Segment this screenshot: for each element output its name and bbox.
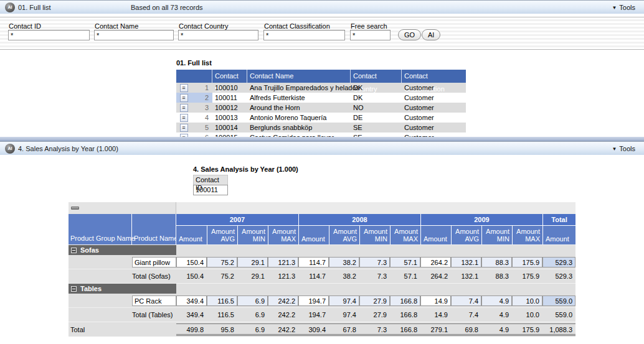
- collapse-group-icon[interactable]: [71, 248, 77, 253]
- row-details-icon[interactable]: ≡: [180, 84, 188, 92]
- grand-total-value: 69.8: [451, 323, 481, 336]
- cell-contact-name: Around the Horn: [247, 103, 351, 113]
- value-cell[interactable]: 97.4: [329, 295, 359, 306]
- value-cell[interactable]: 114.7: [298, 257, 329, 267]
- value-cell[interactable]: 57.1: [390, 257, 420, 267]
- contact-classification-label: Contact Classification: [264, 22, 330, 30]
- ai-button[interactable]: AI: [422, 29, 440, 40]
- measure-header[interactable]: Amount MAX: [268, 225, 298, 244]
- row-details-icon[interactable]: ≡: [180, 104, 188, 112]
- value-cell[interactable]: 121.3: [268, 257, 298, 267]
- year-header[interactable]: 2008: [298, 214, 420, 225]
- value-cell[interactable]: 175.9: [512, 257, 542, 267]
- grand-total-value: 166.8: [390, 323, 420, 336]
- row-icon-cell: ≡: [176, 113, 191, 123]
- pivot-strip-filler: [176, 202, 575, 214]
- value-cell[interactable]: 27.9: [359, 295, 390, 306]
- panel2-tools-menu[interactable]: ▼Tools: [612, 142, 635, 156]
- row-total-cell[interactable]: 559.0: [542, 295, 575, 306]
- measure-header[interactable]: Amount MIN: [481, 225, 512, 244]
- row-details-icon[interactable]: ≡: [180, 94, 188, 102]
- cell-contact-classification: Customer: [402, 103, 466, 113]
- go-button[interactable]: GO: [398, 29, 421, 40]
- value-cell[interactable]: 10.0: [512, 295, 542, 306]
- measure-header[interactable]: Amount MAX: [512, 225, 542, 244]
- measure-header[interactable]: Amount MIN: [237, 225, 268, 244]
- contact-id-input[interactable]: [8, 30, 90, 40]
- free-search-input[interactable]: [350, 30, 391, 40]
- year-header[interactable]: 2009: [420, 214, 542, 225]
- pivot-year-header-row: 200720082009Total: [176, 214, 575, 225]
- column-header-contact-country[interactable]: Contact Country: [351, 70, 402, 83]
- group-total-value: 4.9: [481, 311, 512, 318]
- measure-header[interactable]: Amount AVG: [207, 225, 237, 244]
- contact-country-input[interactable]: [178, 30, 258, 40]
- product-name-cell[interactable]: Giant pillow: [132, 257, 176, 267]
- column-header-contact-name[interactable]: Contact Name: [247, 70, 351, 83]
- group-bar[interactable]: Tables: [69, 284, 176, 294]
- header-product-group-name[interactable]: Product Group Name: [69, 214, 132, 244]
- pivot-collapse-cell[interactable]: [69, 202, 176, 214]
- value-cell[interactable]: 242.2: [268, 295, 298, 306]
- product-name-cell[interactable]: PC Rack: [132, 295, 176, 306]
- group-total-label: Total (Sofas): [132, 272, 176, 280]
- value-cell[interactable]: 88.3: [481, 257, 512, 267]
- grand-total-value: 242.2: [268, 323, 298, 336]
- value-cell[interactable]: 38.2: [329, 257, 359, 267]
- value-cell[interactable]: 150.4: [176, 257, 207, 267]
- measure-header[interactable]: Amount: [298, 225, 329, 244]
- group-total-value: 7.4: [451, 311, 481, 318]
- contact-classification-input[interactable]: [263, 30, 345, 40]
- group-total-value: 132.1: [451, 272, 481, 280]
- group-total-value: 116.5: [207, 311, 237, 318]
- value-cell[interactable]: 6.9: [237, 295, 268, 306]
- table-row[interactable]: ≡2100011Alfreds FutterkisteDKCustomer: [176, 93, 466, 103]
- group-row: Sofas: [69, 244, 575, 255]
- contact-name-input[interactable]: [94, 30, 174, 40]
- column-header-contact-classification[interactable]: Contact Classification: [402, 70, 466, 83]
- table-row[interactable]: ≡5100014Berglunds snabbköpSECustomer: [176, 123, 466, 132]
- value-cell[interactable]: 264.2: [420, 257, 451, 267]
- value-cell[interactable]: 7.3: [359, 257, 390, 267]
- value-cell[interactable]: 14.9: [420, 295, 451, 306]
- value-cell[interactable]: 4.9: [481, 295, 512, 306]
- collapse-group-icon[interactable]: [71, 286, 77, 292]
- year-header[interactable]: 2007: [176, 214, 298, 225]
- group-bar[interactable]: Sofas: [69, 245, 176, 255]
- value-cell[interactable]: 29.1: [237, 257, 268, 267]
- value-cell[interactable]: 194.7: [298, 295, 329, 306]
- group-total-value: 194.7: [298, 311, 329, 318]
- measure-header[interactable]: Amount: [420, 225, 451, 244]
- row-details-icon[interactable]: ≡: [180, 114, 188, 122]
- pivot-param-value[interactable]: 100011: [193, 185, 228, 195]
- panel-separator[interactable]: [0, 137, 644, 141]
- panel1-record-count: Based on all 73 records: [131, 1, 203, 14]
- value-cell[interactable]: 166.8: [390, 295, 420, 306]
- measure-header[interactable]: Amount MIN: [359, 225, 390, 244]
- measure-header[interactable]: Amount AVG: [451, 225, 481, 244]
- value-cell[interactable]: 116.5: [207, 295, 237, 306]
- value-cell[interactable]: 75.2: [207, 257, 237, 267]
- pivot-param-label: Contact ID: [193, 175, 228, 185]
- measure-header[interactable]: Amount: [176, 225, 207, 244]
- group-name: Sofas: [80, 246, 99, 254]
- total-measure-header[interactable]: Amount: [542, 225, 575, 244]
- column-header-contact-id[interactable]: Contact ID: [212, 70, 247, 83]
- value-cell[interactable]: 132.1: [451, 257, 481, 267]
- table-row[interactable]: ≡1100010Ana Trujillo Emparedados y helad…: [176, 83, 466, 93]
- grand-total-value: 7.3: [359, 323, 390, 336]
- row-details-icon[interactable]: ≡: [180, 124, 188, 132]
- table-row[interactable]: ≡3100012Around the HornNOCustomer: [176, 103, 466, 113]
- grand-total-value: 175.9: [512, 323, 542, 336]
- table-row[interactable]: ≡4100013Antonio Moreno TaqueríaDECustome…: [176, 113, 466, 123]
- row-selector-column-header: [176, 70, 212, 83]
- header-product-name[interactable]: Product Name: [132, 214, 176, 244]
- collapse-all-icon[interactable]: [71, 207, 79, 210]
- total-column-header: Total: [542, 214, 575, 225]
- panel1-tools-menu[interactable]: ▼Tools: [612, 1, 635, 15]
- value-cell[interactable]: 7.4: [451, 295, 481, 306]
- measure-header[interactable]: Amount MAX: [390, 225, 420, 244]
- value-cell[interactable]: 349.4: [176, 295, 207, 306]
- row-total-cell[interactable]: 529.3: [542, 257, 575, 267]
- measure-header[interactable]: Amount AVG: [329, 225, 359, 244]
